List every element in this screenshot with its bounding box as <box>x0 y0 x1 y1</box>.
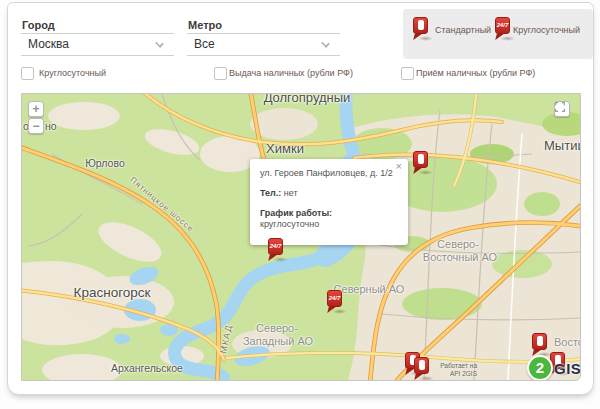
cash-deposit-checkbox[interactable] <box>401 67 414 80</box>
map-label-nw-district-line1: Северо- <box>256 322 298 334</box>
city-select[interactable]: Москва <box>21 33 174 56</box>
chevron-down-icon <box>321 39 330 48</box>
map-marker-247[interactable]: 24/7 <box>327 290 342 307</box>
map-label-arkhangelskoe: Архангельское <box>111 362 183 374</box>
map-marker-247-selected[interactable]: 24/7 <box>268 238 283 255</box>
fullscreen-icon <box>555 102 565 112</box>
marker-info-popup: × ул. Героев Панфиловцев, д. 1/2 Тел.: н… <box>250 159 408 245</box>
standard-pin-icon <box>413 17 428 34</box>
legend-standard-label: Стандартный <box>435 25 491 35</box>
popup-phone-label: Тел.: <box>260 188 281 198</box>
fulltime-checkbox-label: Круглосуточный <box>39 68 106 78</box>
map-attribution: Работает на API 2GIS <box>377 362 477 377</box>
map-label-ne-district-line1: Северо- <box>437 238 479 250</box>
map-label-fragment: но <box>45 120 57 132</box>
map-label-east-district: Восточный <box>554 336 581 348</box>
cash-withdrawal-checkbox[interactable] <box>214 67 227 80</box>
map-canvas[interactable]: Долгопрудный Химки Мытищи Юрлово Пятницк… <box>21 93 581 381</box>
zoom-out-button[interactable]: − <box>28 118 44 134</box>
popup-address: ул. Героев Панфиловцев, д. 1/2 <box>260 168 398 179</box>
map-label-krasnogorsk: Красногорск <box>74 285 151 300</box>
2gis-logo[interactable]: 2 GIS <box>527 355 581 381</box>
fulltime-checkbox[interactable] <box>21 67 34 80</box>
map-label-ne-district-line2: Восточный АО <box>423 251 497 263</box>
cash-deposit-checkbox-label: Приём наличных (рубли РФ) <box>416 68 535 78</box>
2gis-logo-text: GIS <box>554 360 581 377</box>
chevron-down-icon <box>155 39 164 48</box>
legend-fulltime-label: Круглосуточный <box>513 25 580 35</box>
fullscreen-button[interactable] <box>554 101 570 117</box>
map-label-mytishchi: Мытищи <box>544 138 581 153</box>
metro-label: Метро <box>188 19 222 31</box>
locator-panel: Город Москва Метро Все Стандартный 24/7 … <box>7 2 594 395</box>
map-label-khimki: Химки <box>266 141 304 156</box>
legend-panel: Стандартный 24/7 Круглосуточный <box>403 9 593 59</box>
2gis-logo-circle: 2 <box>527 355 553 381</box>
map-marker-standard[interactable] <box>413 151 428 168</box>
popup-phone-value: нет <box>284 188 298 198</box>
popup-schedule-value: круглосуточно <box>260 219 398 230</box>
map-label-yurlovo: Юрлово <box>85 157 124 169</box>
metro-select-value: Все <box>194 37 215 51</box>
map-label-nw-district-line2: Западный АО <box>243 335 313 347</box>
city-label: Город <box>22 19 55 31</box>
map-label-dolgoprudny: Долгопрудный <box>264 93 351 105</box>
close-icon[interactable]: × <box>396 161 402 172</box>
metro-select[interactable]: Все <box>187 33 340 56</box>
city-select-value: Москва <box>28 37 69 51</box>
cash-withdrawal-checkbox-label: Выдача наличных (рубли РФ) <box>229 68 353 78</box>
fulltime-pin-icon: 24/7 <box>495 17 510 34</box>
popup-schedule-label: График работы: <box>260 208 332 218</box>
map-label-north-district: Северный АО <box>334 283 405 295</box>
zoom-in-button[interactable]: + <box>28 101 44 117</box>
map-marker-standard[interactable] <box>532 333 547 350</box>
